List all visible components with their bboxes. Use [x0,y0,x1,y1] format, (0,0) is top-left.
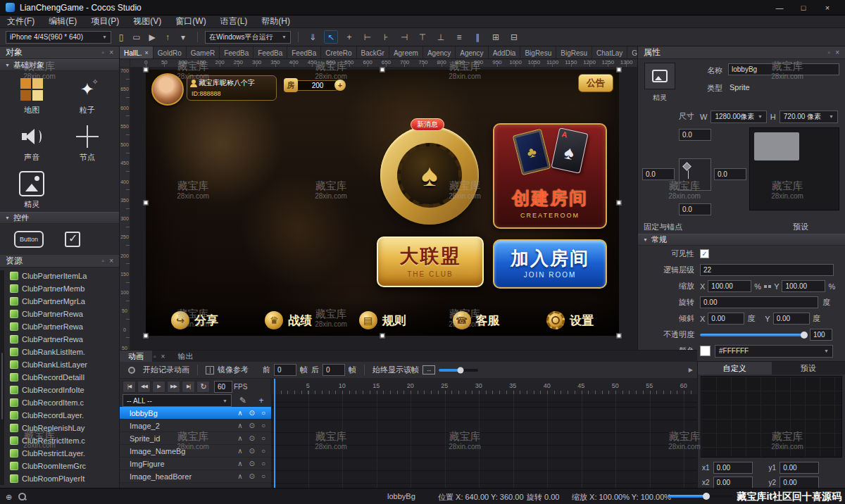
slider-knob[interactable] [703,493,710,500]
selection-handle[interactable] [144,201,149,206]
edit-icon[interactable]: ✎ [236,394,250,408]
close-button[interactable]: × [815,0,839,15]
game-menu-item[interactable]: 规则 [359,311,406,329]
expand-icon[interactable]: ∧ [237,447,242,455]
lock-icon[interactable]: ○ [261,434,265,442]
curve-grid[interactable] [701,376,842,458]
selection-handle[interactable] [617,201,622,206]
visibility-icon[interactable]: ⊙ [249,409,255,417]
game-menu-item[interactable]: 分享 [171,311,218,329]
play-anim-icon[interactable]: ▶ [152,381,165,393]
visibility-icon[interactable]: ⊙ [249,447,255,455]
expand-icon[interactable]: ∧ [237,434,242,442]
go-last-icon[interactable]: ▶| [182,381,195,393]
rotation-input[interactable] [700,296,818,308]
expand-icon[interactable]: ∧ [237,460,242,467]
editor-tab[interactable]: HallL. × [120,46,154,59]
selection-handle[interactable] [144,68,149,73]
panel-menu-icon[interactable]: ▶ [689,367,693,373]
editor-tab[interactable]: Agency × [423,46,456,59]
resource-scrollbar[interactable] [0,270,4,485]
control-item[interactable]: Button [14,231,44,248]
go-first-icon[interactable]: |◀ [123,381,136,393]
resource-item[interactable]: ClubReplenishLay [7,422,119,434]
next-frame-icon[interactable]: ▶▶ [167,381,180,393]
align-right-icon[interactable]: ⊣ [397,30,411,44]
timeline-layer-row[interactable]: Image_2 ∧ ⊙ ○ [120,420,271,432]
same-size-icon[interactable]: ⊞ [489,30,503,44]
editor-tab[interactable]: GoldRo × [154,46,187,59]
canvas-portrait-icon[interactable]: ▯ [114,30,128,44]
editor-tab[interactable]: BackGr × [357,46,389,59]
frame-ruler[interactable]: 51015202530354045505560 [271,379,697,394]
timeline-layer-row[interactable]: ImgFigure ∧ ⊙ ○ [120,458,271,470]
scrollbar-thumb[interactable] [1,352,4,421]
x1-input[interactable] [713,462,753,474]
resource-item[interactable]: ClubRestrictLayer. [7,447,119,460]
panel-close-icon[interactable]: × [835,49,839,56]
tab-close-icon[interactable]: × [145,49,149,56]
x2-input[interactable] [713,477,753,489]
color-select[interactable]: #FFFFFF ▼ [715,345,833,358]
after-frames-input[interactable] [323,364,345,376]
distribute-v-icon[interactable]: ∥ [470,30,484,44]
tab-output[interactable]: 输出 [169,351,201,362]
group-icon[interactable]: ⊟ [507,30,521,44]
editor-tab[interactable]: BigResu × [556,46,592,59]
resource-item[interactable]: ClubPartnerRewa [7,333,119,346]
menu-item[interactable]: 窗口(W) [168,15,213,28]
y2-input[interactable] [780,477,819,489]
align-bottom-icon[interactable]: ⊥ [434,30,448,44]
panel-close-icon[interactable]: × [161,353,165,360]
anchor-right-input[interactable] [714,168,746,180]
menu-item[interactable]: 文件(F) [0,15,42,28]
opacity-input[interactable] [810,329,832,341]
visibility-icon[interactable]: ⊙ [249,434,255,442]
control-item[interactable] [65,232,80,247]
visibility-icon[interactable]: ⊙ [249,460,255,467]
editor-tab[interactable]: BigResu × [520,46,556,59]
editor-tab[interactable]: FeedBa × [287,46,321,59]
tab-custom[interactable]: 自定义 [698,362,772,374]
expand-icon[interactable]: ∧ [237,422,242,429]
resource-item[interactable]: ClubRoomItemGrc [7,460,119,472]
resource-item[interactable]: ClubRecordInfoIte [7,384,119,396]
playhead-marker[interactable] [274,379,275,394]
maximize-button[interactable]: □ [791,0,815,15]
resource-item[interactable]: ClubPartnerMgrLa [7,295,119,308]
controls-section[interactable]: ▼ 控件 [0,212,119,224]
timeline-grid[interactable] [271,394,697,488]
resource-item[interactable]: ClubRecordLayer. [7,409,119,422]
panel-float-icon[interactable]: ▫ [154,353,156,360]
canvas-landscape-icon[interactable]: ▭ [130,30,144,44]
playhead[interactable] [274,394,275,488]
menu-item[interactable]: 帮助(H) [254,15,297,28]
game-menu-item[interactable]: 设置 [546,311,594,329]
expand-icon[interactable]: ∧ [237,472,242,480]
basic-objects-section[interactable]: ▼ 基础对象 [0,59,119,71]
before-frames-input[interactable] [274,364,296,376]
slider-knob[interactable] [801,332,808,339]
notice-button[interactable]: 公告 [578,74,613,92]
scale-x-input[interactable] [708,280,751,292]
editor-tab[interactable]: Agency × [456,46,488,59]
lock-icon[interactable]: ○ [261,460,265,467]
object-item[interactable]: 声音 [4,124,60,163]
resource-item[interactable]: ClubRoomPlayerIt [7,472,119,485]
publish-menu-icon[interactable]: ▾ [176,30,190,44]
editor-tab[interactable]: FeedBa × [220,46,254,59]
selection-handle[interactable] [617,68,622,73]
menu-item[interactable]: 语言(L) [213,15,255,28]
editor-tab[interactable]: GameSe × [627,46,637,59]
loop-icon[interactable]: ↻ [196,381,210,393]
lock-icon[interactable]: ○ [261,409,265,417]
record-button[interactable] [124,364,139,377]
lock-icon[interactable]: ○ [261,447,265,455]
skew-x-input[interactable] [708,313,744,325]
menu-item[interactable]: 编辑(E) [42,15,84,28]
resource-item[interactable]: ClubRecordDetailI [7,371,119,384]
panel-close-icon[interactable]: × [109,257,113,265]
anchor-pin-box[interactable] [679,158,711,191]
align-top-icon[interactable]: ⊤ [415,30,430,44]
onion-skin-icon[interactable]: ↔ [423,365,435,374]
